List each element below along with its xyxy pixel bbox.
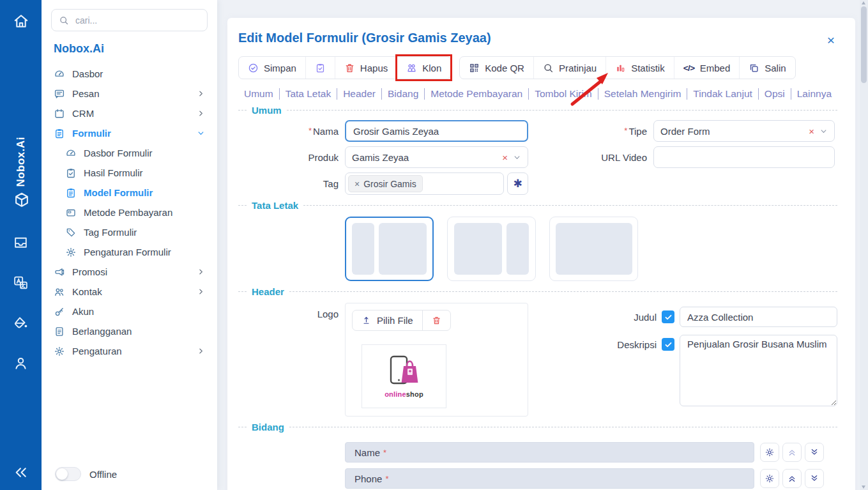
deskripsi-textarea[interactable]: Penjualan Grosir Busana Muslim [680, 335, 837, 406]
hapus-button[interactable]: Hapus [335, 57, 397, 79]
sidebar-search[interactable] [51, 9, 208, 31]
sidebar-item-metode-pembayaran[interactable]: Metode Pembayaran [51, 203, 208, 222]
tab-tata-letak[interactable]: Tata Letak [280, 88, 338, 100]
sidebar-item-label: Metode Pembayaran [84, 207, 172, 218]
clipboard-check-button[interactable] [305, 57, 335, 79]
move-down-button[interactable] [805, 443, 824, 462]
chevron-right-icon [197, 89, 205, 98]
sidebar-item-label: Kontak [72, 286, 102, 297]
statistik-button[interactable]: Statistik [605, 57, 674, 79]
tag-star-button[interactable]: ✱ [507, 172, 528, 195]
offline-toggle[interactable] [55, 467, 81, 481]
clone-icon [406, 63, 417, 73]
move-up-button[interactable] [782, 469, 802, 488]
check-icon [664, 313, 673, 321]
nama-input[interactable] [345, 120, 528, 142]
kode-qr-button[interactable]: Kode QR [460, 57, 533, 79]
bar-chart-icon [615, 63, 626, 73]
produk-select[interactable]: Gamis Zeyaa × [345, 146, 528, 168]
sidebar-item-pengaturan-formulir[interactable]: Pengaturan Formulir [51, 242, 208, 262]
upload-icon [362, 316, 371, 325]
field-bar[interactable]: Name* [345, 442, 754, 463]
tag-chip: × Grosir Gamis [348, 175, 423, 192]
field-label: Name [354, 447, 380, 458]
clipboard-check-icon [65, 167, 77, 179]
collapse-sidebar-icon[interactable] [13, 464, 29, 481]
klon-button[interactable]: Klon [397, 57, 450, 79]
field-bar[interactable]: Phone* [345, 468, 754, 489]
sidebar-item-dasbor-formulir[interactable]: Dasbor Formulir [51, 143, 208, 163]
judul-input[interactable] [680, 307, 837, 327]
scroll-up-arrow-icon[interactable] [862, 1, 865, 4]
magnifier-icon [543, 63, 554, 73]
sidebar-item-label: Hasil Formulir [84, 167, 143, 178]
sidebar-item-tag-formulir[interactable]: Tag Formulir [51, 222, 208, 242]
translate-icon[interactable] [13, 275, 29, 291]
clear-icon[interactable]: × [502, 152, 508, 163]
sidebar-item-hasil-formulir[interactable]: Hasil Formulir [51, 163, 208, 183]
tab-header[interactable]: Header [337, 88, 382, 100]
clipboard-list-icon [65, 187, 77, 199]
deskripsi-checkbox[interactable] [662, 338, 674, 351]
move-down-button[interactable] [805, 469, 824, 488]
tipe-label: *Tipe [535, 126, 647, 137]
salin-button[interactable]: Salin [739, 57, 795, 79]
close-icon[interactable]: × [825, 32, 837, 48]
pratinjau-label: Pratinjau [559, 63, 597, 73]
sidebar-item-label: Model Formulir [84, 187, 153, 198]
sidebar-item-dasbor[interactable]: Dasbor [51, 64, 208, 84]
sidebar-item-pesan[interactable]: Pesan [51, 84, 208, 103]
remove-tag-icon[interactable]: × [354, 179, 360, 189]
inbox-icon[interactable] [13, 234, 29, 251]
field-settings-button[interactable] [760, 469, 779, 488]
user-icon[interactable] [13, 355, 29, 372]
sidebar-item-berlangganan[interactable]: Berlangganan [51, 321, 208, 341]
layout-placeholder [556, 223, 632, 275]
tab-lainnya[interactable]: Lainnya [791, 88, 837, 100]
chevron-right-icon [197, 109, 205, 118]
vertical-scrollbar[interactable] [860, 0, 868, 490]
judul-checkbox[interactable] [662, 310, 674, 323]
clipboard-list-icon [54, 128, 65, 139]
tab-metode-pembayaran[interactable]: Metode Pembayaran [425, 88, 529, 100]
pratinjau-button[interactable]: Pratinjau [533, 57, 605, 79]
produk-value: Gamis Zeyaa [352, 152, 497, 163]
nama-label: *Nama [238, 126, 339, 137]
sidebar-item-label: Pengaturan [72, 346, 122, 356]
embed-button[interactable]: </> Embed [674, 57, 740, 79]
field-settings-button[interactable] [760, 443, 779, 462]
layout-option-single[interactable] [549, 217, 638, 281]
paint-bucket-icon[interactable] [13, 315, 29, 332]
sidebar-item-crm[interactable]: CRM [51, 103, 208, 123]
simpan-button[interactable]: Simpan [239, 57, 305, 79]
page-title: Edit Model Formulir (Grosir Gamis Zeyaa) [238, 31, 491, 45]
sidebar-item-akun[interactable]: Akun [51, 302, 208, 321]
chevron-right-icon [197, 268, 205, 276]
tab-tindak-lanjut[interactable]: Tindak Lanjut [687, 88, 759, 100]
search-icon [59, 15, 69, 26]
tipe-select[interactable]: Order Form × [653, 120, 835, 142]
home-icon[interactable] [13, 13, 29, 29]
sidebar-item-kontak[interactable]: Kontak [51, 282, 208, 302]
clear-icon[interactable]: × [809, 126, 814, 137]
tab-umum[interactable]: Umum [238, 88, 280, 100]
move-up-button[interactable] [782, 443, 802, 462]
layout-option-right-media[interactable] [447, 217, 536, 281]
scrollbar-thumb[interactable] [861, 6, 867, 83]
sidebar-brand: Nobox.Ai [54, 42, 205, 56]
sidebar-item-model-formulir[interactable]: Model Formulir [51, 183, 208, 203]
tab-setelah-mengirim[interactable]: Setelah Mengirim [598, 88, 688, 100]
tab-opsi[interactable]: Opsi [759, 88, 791, 100]
layout-option-left-media[interactable] [345, 217, 434, 281]
sidebar-item-promosi[interactable]: Promosi [51, 262, 208, 282]
tab-bidang[interactable]: Bidang [382, 88, 425, 100]
pilih-file-button[interactable]: Pilih File [353, 310, 422, 330]
tag-input[interactable]: × Grosir Gamis [345, 172, 504, 195]
remove-logo-button[interactable] [422, 310, 450, 330]
sidebar-item-pengaturan[interactable]: Pengaturan [51, 341, 208, 361]
url-video-input[interactable] [653, 146, 835, 168]
tab-tombol-kirim[interactable]: Tombol Kirim [529, 88, 598, 100]
scroll-down-arrow-icon[interactable] [862, 486, 865, 489]
search-input[interactable] [74, 15, 200, 26]
sidebar-item-formulir[interactable]: Formulir [51, 123, 208, 143]
